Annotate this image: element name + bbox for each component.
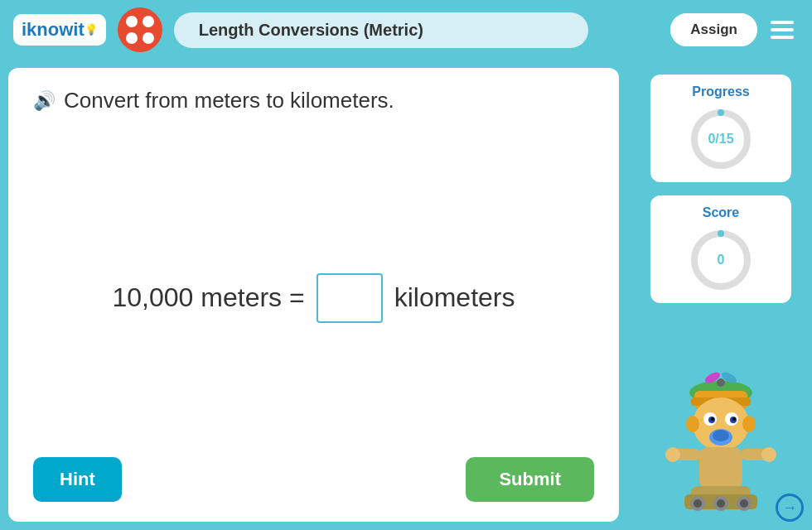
sound-icon[interactable]: 🔊 bbox=[33, 90, 56, 112]
svg-point-5 bbox=[717, 378, 725, 387]
svg-point-18 bbox=[713, 430, 729, 441]
stats-panel: Progress 0/15 Score 0 bbox=[638, 68, 804, 522]
svg-point-20 bbox=[742, 416, 756, 432]
hint-button[interactable]: Hint bbox=[33, 457, 122, 502]
main-content: 🔊 Convert from meters to kilometers. 10,… bbox=[0, 60, 812, 530]
score-label: Score bbox=[703, 205, 739, 220]
menu-icon bbox=[771, 36, 794, 39]
svg-point-24 bbox=[665, 447, 680, 462]
svg-point-15 bbox=[711, 417, 714, 421]
score-value: 0 bbox=[718, 253, 725, 267]
lesson-title: Length Conversions (Metric) bbox=[174, 12, 588, 48]
score-circle: 0 bbox=[688, 227, 754, 293]
question-panel: 🔊 Convert from meters to kilometers. 10,… bbox=[8, 68, 619, 522]
header-actions: Assign bbox=[670, 13, 799, 46]
svg-point-25 bbox=[761, 447, 776, 462]
mascot-area bbox=[655, 316, 787, 515]
menu-icon bbox=[771, 28, 794, 31]
app-header: iknowit 💡 Length Conversions (Metric) As… bbox=[0, 0, 812, 60]
menu-icon bbox=[771, 21, 794, 24]
svg-point-16 bbox=[732, 417, 736, 421]
question-header: 🔊 Convert from meters to kilometers. bbox=[33, 88, 594, 113]
logo-text: iknowit bbox=[22, 19, 85, 41]
progress-card: Progress 0/15 bbox=[650, 75, 791, 182]
equation-area: 10,000 meters = kilometers bbox=[33, 138, 594, 457]
svg-rect-21 bbox=[699, 447, 742, 489]
equation-left: 10,000 meters = bbox=[113, 282, 305, 313]
submit-button[interactable]: Submit bbox=[466, 457, 594, 502]
next-arrow-button[interactable]: → bbox=[776, 494, 804, 522]
lesson-icon bbox=[118, 7, 162, 52]
svg-point-31 bbox=[694, 499, 702, 508]
progress-circle: 0/15 bbox=[688, 106, 754, 172]
score-card: Score 0 bbox=[650, 195, 791, 303]
film-reel-icon bbox=[123, 12, 157, 47]
svg-point-19 bbox=[686, 416, 699, 432]
progress-label: Progress bbox=[692, 84, 749, 99]
logo: iknowit 💡 bbox=[13, 14, 106, 46]
progress-value: 0/15 bbox=[708, 132, 733, 147]
arrow-right-icon: → bbox=[782, 499, 797, 517]
panel-divider bbox=[627, 71, 630, 518]
svg-point-33 bbox=[740, 499, 748, 508]
menu-button[interactable] bbox=[766, 16, 799, 44]
logo-bulb-icon: 💡 bbox=[85, 23, 98, 36]
bottom-buttons: Hint Submit bbox=[33, 457, 594, 502]
answer-input[interactable] bbox=[317, 273, 383, 323]
assign-button[interactable]: Assign bbox=[670, 13, 757, 46]
svg-point-32 bbox=[717, 499, 725, 508]
robot-mascot-icon bbox=[655, 341, 787, 515]
equation-right: kilometers bbox=[394, 282, 515, 313]
question-instruction: Convert from meters to kilometers. bbox=[64, 88, 394, 113]
